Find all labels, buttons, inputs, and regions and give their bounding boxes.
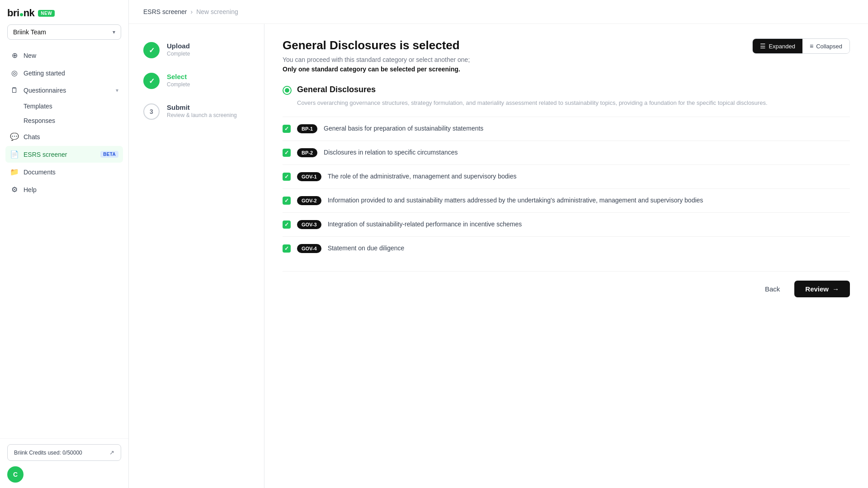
item-checkbox-bp2[interactable]: ✓ <box>283 149 291 157</box>
panel-desc-bold: Only one standard category can be select… <box>283 66 460 73</box>
expanded-view-button[interactable]: ☰ Expanded <box>753 39 802 53</box>
checkmark-icon: ✓ <box>284 245 289 252</box>
breadcrumb-separator: › <box>190 8 193 15</box>
nav-label-getting-started: Getting started <box>24 70 118 77</box>
category-section: General Disclosures Covers overarching g… <box>283 85 850 108</box>
step-submit-number: 3 <box>150 108 153 115</box>
item-tag-gov3: GOV-3 <box>297 220 321 229</box>
item-tag-gov4: GOV-4 <box>297 244 321 253</box>
view-toggle: ☰ Expanded ≡ Collapsed <box>752 38 850 54</box>
page-title: General Disclosures is selected <box>283 38 470 52</box>
nav-label-documents: Documents <box>24 169 118 176</box>
item-text-gov1: The role of the administrative, manageme… <box>328 172 517 181</box>
item-checkbox-gov1[interactable]: ✓ <box>283 173 291 181</box>
step-upload-status: Complete <box>167 51 190 57</box>
panel-header-left: General Disclosures is selected You can … <box>283 38 470 74</box>
nav-item-chats[interactable]: 💬 Chats <box>5 128 123 145</box>
step-select-icon: ✓ <box>143 73 160 89</box>
table-row: ✓ GOV-2 Information provided to and sust… <box>283 188 850 212</box>
checkmark-icon: ✓ <box>284 150 289 156</box>
item-checkbox-gov2[interactable]: ✓ <box>283 197 291 205</box>
category-description: Covers overarching governance structures… <box>283 99 850 108</box>
collapsed-view-button[interactable]: ≡ Collapsed <box>802 39 849 53</box>
table-row: ✓ GOV-1 The role of the administrative, … <box>283 164 850 188</box>
item-checkbox-gov4[interactable]: ✓ <box>283 244 291 253</box>
external-link-icon: ↗ <box>109 449 114 456</box>
item-tag-bp1: BP-1 <box>297 124 317 133</box>
checkmark-icon: ✓ <box>284 221 289 228</box>
breadcrumb-current: New screening <box>196 8 238 15</box>
step-select-content: Select Complete <box>167 73 190 88</box>
nav-item-esrs-screener[interactable]: 📄 ESRS screener BETA <box>5 146 123 163</box>
item-text-gov4: Statement on due diligence <box>328 244 405 253</box>
credits-text: Briink Credits used: 0/50000 <box>14 450 82 456</box>
logo-area: brink NEW <box>7 7 121 19</box>
item-tag-gov1: GOV-1 <box>297 172 321 181</box>
sidebar-nav: ⊕ New ◎ Getting started 🗒 Questionnaires… <box>0 43 128 438</box>
item-text-bp2: Disclosures in relation to specific circ… <box>324 148 458 157</box>
checkmark-icon: ✓ <box>284 197 289 204</box>
breadcrumb-parent[interactable]: ESRS screener <box>143 8 187 15</box>
nav-item-getting-started[interactable]: ◎ Getting started <box>5 65 123 81</box>
collapsed-icon: ≡ <box>810 42 813 50</box>
chevron-down-icon: ▾ <box>116 87 118 94</box>
step-submit-title: Submit <box>167 103 237 111</box>
step-submit: 3 Submit Review & launch a screening <box>143 103 250 120</box>
steps-panel: ✓ Upload Complete ✓ Select Complete <box>129 24 264 488</box>
breadcrumb: ESRS screener › New screening <box>129 0 868 24</box>
help-icon: ⚙ <box>10 185 19 194</box>
questionnaires-icon: 🗒 <box>10 86 19 94</box>
nav-item-help[interactable]: ⚙ Help <box>5 181 123 198</box>
review-button[interactable]: Review → <box>794 281 850 297</box>
team-selector[interactable]: Briink Team ▾ <box>7 24 121 40</box>
step-upload-content: Upload Complete <box>167 42 190 57</box>
logo: brink <box>7 7 34 19</box>
nav-label-esrs: ESRS screener <box>24 151 96 158</box>
review-label: Review <box>805 285 829 293</box>
step-upload-icon: ✓ <box>143 42 160 58</box>
checkmark-icon: ✓ <box>149 46 155 55</box>
avatar-initial: C <box>13 471 18 478</box>
plus-icon: ⊕ <box>10 51 19 60</box>
avatar[interactable]: C <box>7 466 24 483</box>
nav-label-help: Help <box>24 186 118 193</box>
nav-item-documents[interactable]: 📁 Documents <box>5 164 123 180</box>
arrow-right-icon: → <box>832 285 839 293</box>
main-panel: General Disclosures is selected You can … <box>264 24 868 488</box>
sidebar-item-templates[interactable]: Templates <box>19 99 123 113</box>
back-button[interactable]: Back <box>756 281 789 297</box>
item-checkbox-bp1[interactable]: ✓ <box>283 125 291 133</box>
chats-icon: 💬 <box>10 132 19 141</box>
table-row: ✓ GOV-4 Statement on due diligence <box>283 236 850 260</box>
nav-item-new[interactable]: ⊕ New <box>5 47 123 64</box>
collapsed-label: Collapsed <box>816 43 842 50</box>
category-radio[interactable] <box>283 86 292 95</box>
sidebar-item-responses[interactable]: Responses <box>19 114 123 127</box>
expanded-label: Expanded <box>769 43 795 50</box>
item-tag-gov2: GOV-2 <box>297 196 321 205</box>
main-area: ESRS screener › New screening ✓ Upload C… <box>129 0 868 488</box>
panel-header: General Disclosures is selected You can … <box>283 38 850 74</box>
nav-label-new: New <box>24 52 118 59</box>
beta-badge: BETA <box>100 151 118 158</box>
expanded-icon: ☰ <box>760 42 766 50</box>
step-upload-title: Upload <box>167 42 190 50</box>
step-submit-status: Review & launch a screening <box>167 112 237 118</box>
table-row: ✓ GOV-3 Integration of sustainability-re… <box>283 212 850 236</box>
team-name: Briink Team <box>13 28 46 36</box>
category-header: General Disclosures <box>283 85 850 95</box>
credits-box[interactable]: Briink Credits used: 0/50000 ↗ <box>7 444 121 461</box>
checkmark-icon: ✓ <box>149 77 155 85</box>
footer-actions: Back Review → <box>283 271 850 301</box>
item-tag-bp2: BP-2 <box>297 148 317 157</box>
sidebar-bottom: Briink Credits used: 0/50000 ↗ C <box>0 438 128 488</box>
step-submit-content: Submit Review & launch a screening <box>167 103 237 118</box>
step-select-status: Complete <box>167 81 190 88</box>
getting-started-icon: ◎ <box>10 69 19 77</box>
esrs-icon: 📄 <box>10 150 19 159</box>
item-checkbox-gov3[interactable]: ✓ <box>283 221 291 229</box>
content-area: ✓ Upload Complete ✓ Select Complete <box>129 24 868 488</box>
nav-item-questionnaires[interactable]: 🗒 Questionnaires ▾ <box>5 82 123 99</box>
checkmark-icon: ✓ <box>284 174 289 180</box>
sidebar-top: brink NEW Briink Team ▾ <box>0 0 128 43</box>
